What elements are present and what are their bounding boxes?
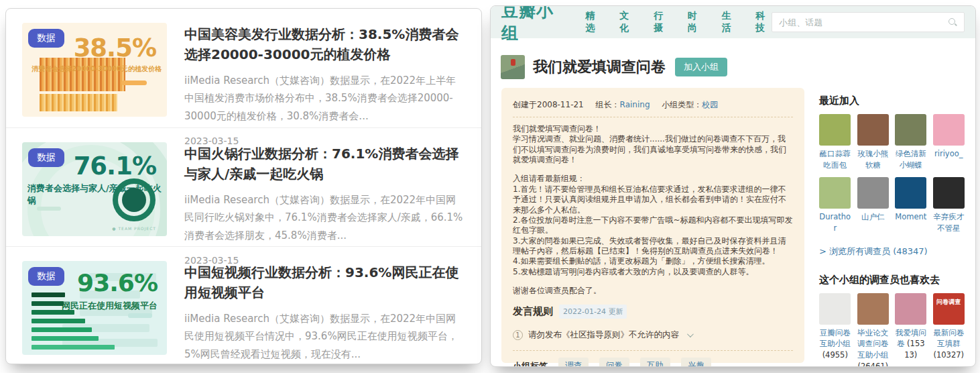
article-thumbnail: 数据 38.5% 消费者会选择20000-30000元的植发价格: [22, 23, 167, 117]
posting-rules-header: 发言规则 2022-01-24 更新: [513, 305, 793, 319]
member-item[interactable]: 玫瑰小熊软糖: [857, 114, 890, 170]
stat-caption: 消费者会选择20000-30000元的植发价格: [32, 64, 162, 74]
article-description: iiMedia Research（艾媒咨询）数据显示，在2022年中国网民使用短…: [184, 310, 464, 363]
member-avatar: [895, 114, 926, 146]
search-input[interactable]: [779, 17, 948, 28]
related-group-thumb: [895, 293, 926, 325]
article-title[interactable]: 中国短视频行业数据分析：93.6%网民正在使用短视频平台: [184, 262, 464, 303]
member-name[interactable]: Durathor: [819, 211, 851, 233]
related-group-item[interactable]: 我爱填问卷 (15313): [895, 293, 927, 367]
related-group-thumb: 问卷调查: [933, 293, 965, 325]
related-group-name[interactable]: 豆瓣问卷互助小组 (4955): [819, 327, 851, 361]
bar-chart-decoration: [32, 288, 115, 350]
member-name[interactable]: 山户仁: [857, 211, 890, 223]
member-item[interactable]: 蘸口蒜蓉吃面包: [819, 114, 851, 170]
member-name[interactable]: Moment: [895, 211, 927, 223]
related-group-name[interactable]: 我爱填问卷 (15313): [895, 327, 927, 361]
article-body: 中国美容美发行业数据分析：38.5%消费者会选择20000-30000元的植发价…: [184, 23, 464, 117]
member-avatar: [819, 114, 851, 146]
douban-groups-logo[interactable]: 豆瓣小组: [501, 5, 565, 44]
member-name[interactable]: 绿色清新小蝴蝶: [895, 148, 927, 170]
related-group-name[interactable]: 最新问卷互填群 (10327): [933, 327, 965, 361]
tags-label: 小组标签: [513, 360, 548, 367]
member-avatar: [857, 114, 889, 146]
member-item[interactable]: 绿色清新小蝴蝶: [895, 114, 927, 170]
douban-group-panel: 豆瓣小组 精选 文化 行摄 时尚 生活 科技 我们就爱填调查问卷 加入小组 创建…: [490, 5, 976, 367]
bar-chart-decoration: [40, 94, 117, 111]
also-like-heading: 这个小组的调查员也喜欢去: [819, 274, 965, 286]
member-item[interactable]: ririyoo_: [933, 114, 965, 170]
group-body: 创建于2008-11-21 组长：Raining 小组类型：校园 我们就爱填写调…: [491, 88, 975, 367]
member-name[interactable]: 辛弃疾才不管星: [933, 211, 965, 233]
related-group-item[interactable]: 豆瓣问卷互助小组 (4955): [819, 293, 851, 367]
rules-updated-badge: 2022-01-24 更新: [559, 305, 627, 319]
dash-decoration: [121, 81, 147, 85]
related-group-thumb: [857, 293, 889, 325]
recent-members-grid: 蘸口蒜蓉吃面包 玫瑰小熊软糖 绿色清新小蝴蝶 ririyoo_ Durathor…: [819, 114, 965, 234]
thumb-text: [895, 293, 926, 299]
member-name[interactable]: 蘸口蒜蓉吃面包: [819, 148, 851, 170]
member-avatar: [857, 177, 889, 209]
nav-item-culture[interactable]: 文化: [619, 10, 635, 34]
article-thumbnail: 数据 76.1% 消费者会选择与家人/亲戚一起吃火锅 ● TEAM PROJEC…: [22, 142, 167, 236]
nav-item-tech[interactable]: 科技: [755, 10, 772, 34]
chevron-down-icon[interactable]: [687, 331, 694, 338]
bar-chart-decoration: [40, 58, 125, 91]
member-name[interactable]: 玫瑰小熊软糖: [857, 148, 890, 170]
related-group-name[interactable]: 毕业论文调查问卷互助小组 (26461): [857, 327, 890, 367]
related-groups-grid: 豆瓣问卷互助小组 (4955) 毕业论文调查问卷互助小组 (26461) 我爱填…: [819, 293, 965, 367]
nav-item-fashion[interactable]: 时尚: [688, 10, 704, 34]
tag-interest[interactable]: 兴趣: [681, 358, 711, 367]
tag-questionnaire[interactable]: 问卷: [599, 358, 629, 367]
created-date: 创建于2008-11-21: [513, 100, 584, 109]
join-group-button[interactable]: 加入小组: [675, 58, 727, 76]
member-item[interactable]: 辛弃疾才不管星: [933, 177, 965, 233]
group-info-box: 创建于2008-11-21 组长：Raining 小组类型：校园 我们就爱填写调…: [501, 88, 804, 363]
dash-decoration: [37, 207, 61, 211]
group-meta: 创建于2008-11-21 组长：Raining 小组类型：校园: [513, 99, 793, 111]
article-list-panel: 数据 38.5% 消费者会选择20000-30000元的植发价格 中国美容美发行…: [5, 8, 482, 364]
article-card[interactable]: 数据 38.5% 消费者会选择20000-30000元的植发价格 中国美容美发行…: [6, 9, 481, 127]
dashed-divider: [513, 117, 793, 117]
article-title[interactable]: 中国美容美发行业数据分析：38.5%消费者会选择20000-30000元的植发价…: [184, 24, 464, 64]
nav-item-life[interactable]: 生活: [722, 10, 738, 34]
data-badge: 数据: [28, 148, 64, 167]
member-item[interactable]: 山户仁: [857, 177, 890, 233]
search-icon[interactable]: [948, 17, 957, 27]
owner-label: 组长：: [596, 100, 620, 109]
member-count: (15313): [904, 339, 924, 360]
tag-mutual-help[interactable]: 互助: [640, 358, 670, 367]
article-title[interactable]: 中国火锅行业数据分析：76.1%消费者会选择与家人/亲戚一起吃火锅: [184, 144, 464, 184]
dash-decoration: [128, 313, 152, 318]
tag-survey[interactable]: 调查: [558, 358, 589, 367]
rule-text: 请勿发布《社区指导原则》不允许的内容: [528, 329, 679, 341]
member-item[interactable]: Durathor: [819, 177, 851, 233]
thumb-text: [857, 293, 889, 299]
member-name[interactable]: ririyoo_: [933, 148, 965, 160]
article-card[interactable]: 数据 76.1% 消费者会选择与家人/亲戚一起吃火锅 ● TEAM PROJEC…: [6, 127, 481, 246]
nav-item-photography[interactable]: 行摄: [654, 10, 670, 34]
stat-value: 38.5%: [74, 34, 156, 62]
member-avatar: [933, 177, 965, 209]
article-card[interactable]: 数据 93.6% 网民正在使用短视频平台 中国短视频行业数据分析：93.6%网民…: [6, 246, 481, 364]
member-item[interactable]: Moment: [895, 177, 927, 233]
recently-joined-heading: 最近加入: [819, 95, 965, 107]
data-badge: 数据: [28, 267, 64, 286]
group-description-intro: 我们就爱填写调查问卷！ 学习情况调查、就业问题、消费者统计......我们做过的…: [513, 124, 793, 165]
related-group-item[interactable]: 问卷调查最新问卷互填群 (10327): [933, 293, 965, 367]
browse-all-members-link[interactable]: > 浏览所有调查员 (48347): [819, 246, 965, 258]
nav-item-featured[interactable]: 精选: [585, 10, 601, 34]
rule-number-icon: 1: [513, 330, 523, 340]
rule-item[interactable]: 1 请勿发布《社区指导原则》不允许的内容: [513, 329, 793, 341]
site-header: 豆瓣小组 精选 文化 行摄 时尚 生活 科技: [491, 6, 975, 38]
article-description: iiMedia Research（艾媒咨询）数据显示，在2022年中国网民同行吃…: [184, 191, 464, 244]
related-group-item[interactable]: 毕业论文调查问卷互助小组 (26461): [857, 293, 890, 367]
dashed-divider: [513, 350, 793, 351]
owner-link[interactable]: Raining: [620, 100, 650, 109]
donut-chart-decoration: [113, 178, 156, 221]
group-type-link[interactable]: 校园: [702, 100, 718, 109]
member-count: (10327): [933, 350, 964, 360]
header-nav: 精选 文化 行摄 时尚 生活 科技: [585, 10, 772, 34]
member-avatar: [819, 177, 851, 209]
member-count: (4955): [822, 350, 848, 360]
